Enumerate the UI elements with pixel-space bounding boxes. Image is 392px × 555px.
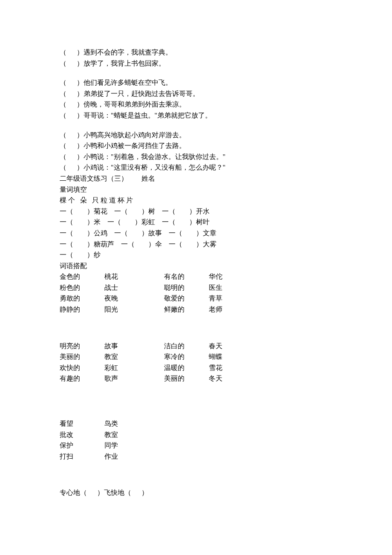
ordering-line: （ ）哥哥说："蜻蜓是益虫。"弟弟就把它放了。 — [60, 110, 332, 121]
table-row: 保护 同学 — [60, 440, 118, 451]
table-row: 看望 鸟类 — [60, 418, 118, 429]
match-right: 战士 — [104, 282, 164, 293]
fill-blank-line: 专心地（ ）飞快地（ ） — [60, 487, 332, 498]
spacer — [60, 332, 332, 341]
spacer — [60, 69, 332, 77]
ordering-line: （ ）遇到不会的字，我就查字典。 — [60, 47, 332, 58]
match-left: 明亮的 — [60, 341, 104, 352]
spacer — [60, 401, 332, 410]
match-right: 教室 — [104, 429, 118, 440]
ordering-line: （ ）傍晚，哥哥和弟弟到外面去乘凉。 — [60, 99, 332, 110]
table-row: 欢快的 彩虹 温暖的 雪花 — [60, 362, 222, 373]
table-row: 粉色的 战士 聪明的 医生 — [60, 282, 222, 293]
table-row: 静静的 阳光 鲜嫩的 老师 — [60, 304, 222, 315]
fill-blank-line: 一（ ）糖葫芦 一（ ）伞 一（ ）大雾 — [60, 239, 332, 250]
match-right: 医生 — [209, 282, 222, 293]
match-table-1: 金色的 桃花 有名的 华佗 粉色的 战士 聪明的 医生 勇敢的 夜晚 敬爱的 青… — [60, 271, 222, 315]
match-left: 批改 — [60, 429, 104, 440]
match-right: 老师 — [209, 304, 222, 315]
spacer — [60, 470, 332, 479]
spacer — [60, 121, 332, 130]
match-left: 保护 — [60, 440, 104, 451]
match-right: 故事 — [104, 341, 164, 352]
document-page: （ ）遇到不会的字，我就查字典。 （ ）放学了，我背上书包回家。 （ ）他们看见… — [0, 0, 392, 555]
match-right: 桃花 — [104, 271, 164, 282]
ordering-line: （ ）弟弟捉了一只，赶快跑过去告诉哥哥。 — [60, 88, 332, 99]
match-right: 雪花 — [209, 362, 222, 373]
match-table-3: 看望 鸟类 批改 教室 保护 同学 打扫 作业 — [60, 418, 118, 462]
match-left: 美丽的 — [164, 373, 209, 384]
match-left: 聪明的 — [164, 282, 209, 293]
match-right: 华佗 — [209, 271, 222, 282]
table-row: 美丽的 教室 寒冷的 蝴蝶 — [60, 351, 222, 362]
match-right: 教室 — [104, 351, 164, 362]
match-right: 同学 — [104, 440, 118, 451]
match-right: 彩虹 — [104, 362, 164, 373]
spacer — [60, 315, 332, 324]
match-left: 有名的 — [164, 271, 209, 282]
match-right: 夜晚 — [104, 293, 164, 304]
match-right: 阳光 — [104, 304, 164, 315]
match-right: 作业 — [104, 451, 118, 462]
spacer — [60, 479, 332, 487]
match-right: 青草 — [209, 293, 222, 304]
match-left: 勇敢的 — [60, 293, 104, 304]
fill-blank-line: 一（ ）公鸡 一（ ）故事 一（ ）文章 — [60, 228, 332, 239]
match-left: 看望 — [60, 418, 104, 429]
match-left: 打扫 — [60, 451, 104, 462]
spacer — [60, 324, 332, 332]
match-table-2: 明亮的 故事 洁白的 春天 美丽的 教室 寒冷的 蝴蝶 欢快的 彩虹 温暖的 雪… — [60, 341, 222, 384]
ordering-line: （ ）放学了，我背上书包回家。 — [60, 58, 332, 69]
table-row: 打扫 作业 — [60, 451, 118, 462]
match-right: 冬天 — [209, 373, 222, 384]
table-row: 批改 教室 — [60, 429, 118, 440]
ordering-line: （ ）小鸭和小鸡被一条河挡住了去路。 — [60, 140, 332, 151]
spacer — [60, 393, 332, 401]
match-left: 洁白的 — [164, 341, 209, 352]
spacer — [60, 462, 332, 470]
spacer — [60, 384, 332, 393]
match-left: 欢快的 — [60, 362, 104, 373]
ordering-line: （ ）小鸭说："别着急，我会游水。让我驮你过去。" — [60, 151, 332, 162]
match-left: 美丽的 — [60, 351, 104, 362]
worksheet-header: 二年级语文练习（三） 姓名 — [60, 173, 332, 184]
match-left: 寒冷的 — [164, 351, 209, 362]
table-row: 有趣的 歌声 美丽的 冬天 — [60, 373, 222, 384]
match-right: 鸟类 — [104, 418, 118, 429]
ordering-line: （ ）小鸭高兴地驮起小鸡向对岸游去。 — [60, 130, 332, 141]
table-row: 金色的 桃花 有名的 华佗 — [60, 271, 222, 282]
fill-blank-line: 一（ ）菊花 一（ ）树 一（ ）开水 — [60, 206, 332, 217]
match-right: 歌声 — [104, 373, 164, 384]
spacer — [60, 410, 332, 418]
match-left: 敬爱的 — [164, 293, 209, 304]
section-title: 词语搭配 — [60, 260, 332, 272]
section-title: 量词填空 — [60, 184, 332, 195]
table-row: 明亮的 故事 洁白的 春天 — [60, 341, 222, 352]
match-left: 粉色的 — [60, 282, 104, 293]
table-row: 勇敢的 夜晚 敬爱的 青草 — [60, 293, 222, 304]
match-left: 温暖的 — [164, 362, 209, 373]
match-left: 静静的 — [60, 304, 104, 315]
match-right: 蝴蝶 — [209, 351, 222, 362]
match-left: 有趣的 — [60, 373, 104, 384]
fill-blank-line: 一（ ）米 一（ ）彩虹 一（ ）树叶 — [60, 217, 332, 228]
match-left: 金色的 — [60, 271, 104, 282]
ordering-line: （ ）小鸡说："这里没有桥，又没有船，怎么办呢？" — [60, 162, 332, 173]
word-bank: 棵 个 朵 只 粒 道 杯 片 — [60, 195, 332, 206]
match-left: 鲜嫩的 — [164, 304, 209, 315]
match-right: 春天 — [209, 341, 222, 352]
ordering-line: （ ）他们看见许多蜻蜓在空中飞。 — [60, 77, 332, 88]
fill-blank-line: 一（ ）纱 — [60, 249, 332, 260]
